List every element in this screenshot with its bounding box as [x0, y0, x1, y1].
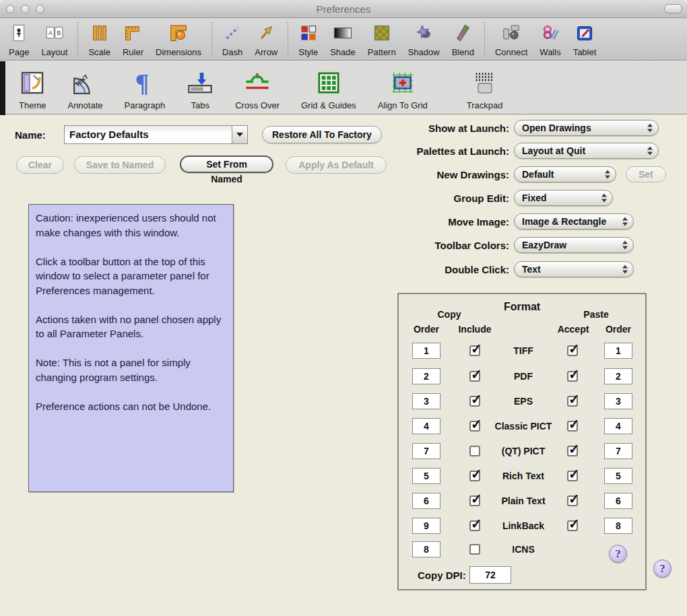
group-edit-popup[interactable]: Fixed	[514, 190, 613, 206]
popup-value: EazyDraw	[522, 240, 566, 250]
copy-order-field[interactable]: 3	[412, 393, 440, 409]
format-row-eps: 3 EPS 3	[399, 393, 645, 411]
help-button-window[interactable]: ?	[653, 559, 672, 578]
palettes-at-launch-popup[interactable]: Layout at Quit	[514, 143, 659, 159]
show-at-launch-popup[interactable]: Open Drawings	[514, 120, 659, 136]
svg-text:A: A	[48, 30, 53, 36]
help-button-panel[interactable]: ?	[609, 545, 627, 563]
toolbar-separator	[77, 22, 78, 57]
paste-order-field[interactable]: 5	[604, 468, 632, 484]
copy-order-field[interactable]: 4	[412, 418, 440, 434]
popup-value: Image & Rectangle	[522, 216, 606, 227]
paragraph-icon: ¶	[131, 69, 158, 99]
accept-checkbox[interactable]	[567, 396, 578, 407]
toolbar-item-theme[interactable]: Theme	[11, 69, 54, 110]
move-image-label: Move Image:	[401, 216, 509, 228]
toolbar-item-tablet[interactable]: Tablet	[567, 23, 603, 57]
connect-icon	[501, 23, 521, 46]
accept-checkbox[interactable]	[567, 471, 578, 481]
copy-order-field[interactable]: 5	[412, 468, 440, 484]
toolbar-separator	[484, 22, 485, 57]
paste-order-field[interactable]: 4	[604, 418, 632, 434]
pref-row-group-edit: Group Edit: Fixed	[401, 190, 613, 206]
copy-dpi-field[interactable]: 72	[469, 566, 511, 584]
crossover-icon	[243, 69, 271, 99]
paste-order-field[interactable]: 8	[604, 518, 632, 534]
toolbar-item-dash[interactable]: Dash	[216, 23, 249, 57]
grid-guides-icon	[315, 69, 342, 99]
copy-order-field[interactable]: 1	[412, 343, 440, 359]
toolbar-item-style[interactable]: Style	[292, 23, 324, 57]
toolbar-item-arrow[interactable]: Arrow	[249, 23, 284, 57]
theme-icon	[19, 69, 46, 99]
format-row-classic-pict: 4 Classic PICT 4	[399, 418, 645, 436]
accept-checkbox[interactable]	[567, 371, 578, 382]
accept-checkbox[interactable]	[567, 421, 578, 432]
pref-row-show-at-launch: Show at Launch: Open Drawings	[401, 120, 659, 136]
paste-order-field[interactable]: 3	[604, 393, 632, 409]
toolbar-colors-popup[interactable]: EazyDraw	[514, 237, 634, 253]
copy-order-field[interactable]: 8	[412, 541, 440, 557]
new-drawings-label: New Drawings:	[401, 169, 509, 180]
shade-icon	[333, 23, 353, 46]
toolbar-item-blend[interactable]: Blend	[446, 23, 480, 57]
popup-value: Default	[522, 169, 554, 180]
toolbar-item-label: Cross Over	[235, 100, 280, 110]
accept-checkbox[interactable]	[567, 520, 578, 531]
save-to-named-button[interactable]: Save to Named	[74, 156, 166, 174]
toolbar-item-ruler[interactable]: Ruler	[117, 23, 150, 57]
toolbar-item-annotate[interactable]: TEXT Annotate	[59, 69, 110, 110]
toolbar-item-scale[interactable]: Scale	[82, 23, 117, 57]
clear-button[interactable]: Clear	[16, 156, 64, 174]
accept-checkbox[interactable]	[567, 495, 578, 506]
toolbar-toggle-button[interactable]	[664, 4, 682, 13]
toolbar-item-tabs[interactable]: Tabs	[178, 69, 222, 110]
copy-order-field[interactable]: 6	[412, 493, 440, 509]
toolbar-item-paragraph[interactable]: ¶ Paragraph	[117, 69, 174, 110]
format-row-tiff: 1 TIFF 1	[399, 343, 645, 360]
paste-order-field[interactable]: 6	[604, 493, 632, 509]
toolbar-item-trackpad[interactable]: Trackpad	[459, 69, 511, 110]
include-header: Include	[453, 324, 497, 335]
toolbar-item-label: Paragraph	[125, 100, 166, 110]
toolbar-item-shade[interactable]: Shade	[324, 23, 362, 57]
toolbar-item-label: Ruler	[123, 47, 143, 57]
popup-arrows-icon	[622, 265, 628, 274]
copy-order-field[interactable]: 9	[412, 518, 440, 534]
copy-order-field[interactable]: 7	[412, 443, 440, 459]
toolbar-item-connect[interactable]: Connect	[489, 23, 533, 57]
align-to-grid-icon	[389, 69, 417, 99]
move-image-popup[interactable]: Image & Rectangle	[514, 213, 634, 230]
restore-all-button[interactable]: Restore All To Factory	[262, 126, 382, 143]
svg-text:¶: ¶	[136, 69, 149, 96]
accept-checkbox[interactable]	[567, 446, 578, 456]
toolbar-item-shadow[interactable]: Shadow	[402, 23, 446, 57]
toolbar-item-label: Dimensions	[156, 47, 201, 57]
scale-icon	[90, 23, 109, 46]
copy-order-field[interactable]: 2	[412, 368, 440, 384]
toolbar-item-label: Trackpad	[467, 100, 503, 110]
toolbar-item-grid-guides[interactable]: Grid & Guides	[293, 69, 364, 110]
toolbar-item-cross-over[interactable]: Cross Over	[227, 69, 288, 110]
name-label: Name:	[15, 129, 46, 141]
double-click-popup[interactable]: Text	[514, 261, 634, 277]
copy-dpi-label: Copy DPI:	[418, 570, 466, 581]
toolbar-item-align-to-grid[interactable]: Align To Grid	[370, 69, 436, 110]
paste-order-field[interactable]: 1	[604, 343, 632, 359]
combo-dropdown-arrow-icon[interactable]	[232, 126, 247, 143]
apply-as-default-button[interactable]: Apply As Default	[286, 156, 387, 174]
toolbar-item-label: Walls	[539, 47, 560, 57]
set-from-named-button[interactable]: Set From Named	[180, 156, 273, 173]
accept-checkbox[interactable]	[567, 345, 578, 356]
toolbar-item-pattern[interactable]: Pattern	[362, 23, 402, 57]
preset-name-combobox[interactable]: Factory Defaults	[64, 125, 248, 144]
toolbar-item-page[interactable]: Page	[3, 23, 35, 57]
toolbar-item-dimensions[interactable]: Dimensions	[150, 23, 207, 57]
paste-order-field[interactable]: 2	[604, 368, 632, 384]
ruler-icon	[123, 23, 142, 46]
toolbar-item-walls[interactable]: Walls	[533, 23, 566, 57]
new-drawings-popup[interactable]: Default	[514, 166, 616, 182]
paste-order-field[interactable]: 7	[604, 443, 632, 459]
toolbar-item-layout[interactable]: AB Layout	[35, 23, 73, 57]
set-button[interactable]: Set	[626, 166, 666, 182]
